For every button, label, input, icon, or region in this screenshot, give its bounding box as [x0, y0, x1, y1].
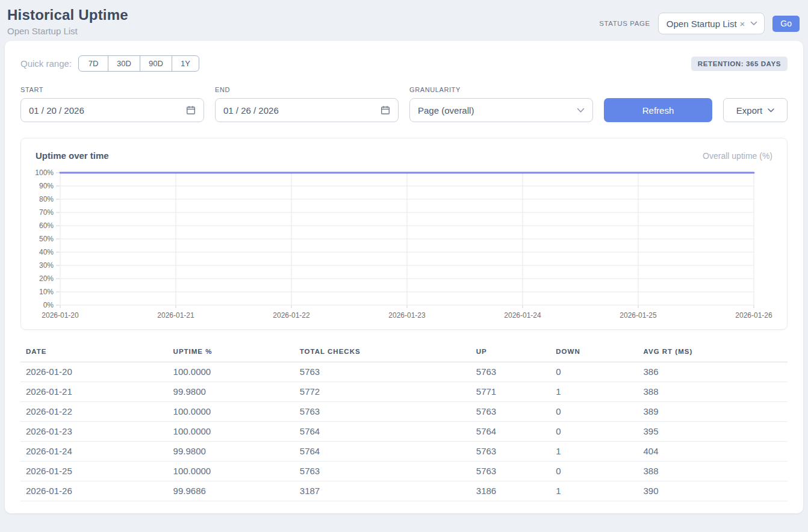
page-subtitle: Open Startup List: [7, 26, 128, 36]
table-cell: 5764: [471, 422, 550, 442]
svg-text:20%: 20%: [39, 274, 54, 283]
status-page-controls: STATUS PAGE Open Startup List × Go: [599, 7, 800, 34]
table-cell: 5763: [471, 362, 550, 382]
table-row: 2026-01-2699.9686318731861390: [20, 481, 788, 501]
export-button[interactable]: Export: [723, 98, 788, 122]
table-cell: 5763: [471, 442, 550, 462]
page-header: Historical Uptime Open Startup List STAT…: [0, 0, 808, 41]
table-cell: 5763: [471, 462, 550, 481]
svg-text:70%: 70%: [39, 208, 54, 217]
table-cell: 389: [638, 402, 788, 422]
svg-text:90%: 90%: [39, 182, 54, 190]
status-page-select[interactable]: Open Startup List ×: [658, 13, 765, 34]
table-cell: 5763: [294, 362, 471, 382]
quick-range-label: Quick range:: [20, 58, 72, 69]
table-cell: 395: [638, 422, 788, 442]
table-row: 2026-01-2199.9800577257711388: [20, 382, 788, 402]
end-date-label: END: [215, 86, 399, 93]
end-date-group: END 01 / 26 / 2026: [215, 86, 399, 122]
table-body: 2026-01-20100.00005763576303862026-01-21…: [20, 362, 788, 501]
table-row: 2026-01-23100.0000576457640395: [20, 422, 788, 442]
quick-range-row: Quick range: 7D30D90D1Y RETENTION: 365 D…: [20, 55, 788, 72]
table-cell: 0: [550, 362, 638, 382]
table-cell: 5764: [294, 442, 471, 462]
table-row: 2026-01-25100.0000576357630388: [20, 462, 788, 481]
table-cell: 3186: [471, 481, 550, 501]
quick-range-90d-button[interactable]: 90D: [140, 55, 172, 72]
table-cell: 5771: [471, 382, 550, 402]
table-cell: 5764: [294, 422, 471, 442]
svg-text:100%: 100%: [35, 169, 54, 177]
svg-text:0%: 0%: [43, 301, 54, 309]
column-header: DOWN: [550, 343, 638, 362]
retention-badge: RETENTION: 365 DAYS: [691, 57, 788, 71]
column-header: UP: [471, 343, 550, 362]
table-cell: 390: [638, 481, 788, 501]
refresh-button[interactable]: Refresh: [604, 98, 712, 122]
table-cell: 1: [550, 442, 638, 462]
end-date-input[interactable]: 01 / 26 / 2026: [215, 98, 399, 122]
svg-text:2026-01-22: 2026-01-22: [273, 311, 310, 320]
table-cell: 0: [550, 402, 638, 422]
table-cell: 388: [638, 462, 788, 481]
table-cell: 2026-01-25: [20, 462, 168, 481]
start-date-input[interactable]: 01 / 20 / 2026: [20, 98, 204, 122]
svg-text:2026-01-24: 2026-01-24: [504, 311, 541, 320]
go-button[interactable]: Go: [772, 16, 800, 32]
main-panel: Quick range: 7D30D90D1Y RETENTION: 365 D…: [5, 41, 803, 513]
export-button-label: Export: [736, 105, 762, 116]
table-header-row: DATEUPTIME %TOTAL CHECKSUPDOWNAVG RT (MS…: [20, 343, 788, 362]
quick-range-1y-button[interactable]: 1Y: [172, 55, 199, 72]
svg-text:2026-01-21: 2026-01-21: [157, 311, 194, 320]
start-date-label: START: [20, 86, 204, 93]
filters-row: START 01 / 20 / 2026 END 01 / 26 / 2026: [20, 86, 788, 122]
clear-selection-icon[interactable]: ×: [740, 19, 745, 28]
status-page-label: STATUS PAGE: [599, 20, 650, 27]
column-header: DATE: [20, 343, 168, 362]
column-header: TOTAL CHECKS: [294, 343, 471, 362]
calendar-icon[interactable]: [186, 105, 196, 115]
chart-header: Uptime over time Overall uptime (%): [36, 150, 772, 161]
table-cell: 5772: [294, 382, 471, 402]
granularity-label: GRANULARITY: [409, 86, 593, 93]
table-cell: 0: [550, 422, 638, 442]
svg-text:30%: 30%: [39, 261, 54, 270]
quick-range-7d-button[interactable]: 7D: [78, 55, 108, 72]
table-cell: 99.9800: [168, 382, 294, 402]
svg-text:80%: 80%: [39, 195, 54, 203]
table-cell: 100.0000: [168, 362, 294, 382]
table-row: 2026-01-20100.0000576357630386: [20, 362, 788, 382]
quick-range-group: 7D30D90D1Y: [78, 55, 199, 72]
svg-text:10%: 10%: [39, 288, 54, 296]
table-cell: 0: [550, 462, 638, 481]
uptime-table: DATEUPTIME %TOTAL CHECKSUPDOWNAVG RT (MS…: [20, 343, 788, 501]
page-title: Historical Uptime: [7, 7, 128, 23]
page-heading: Historical Uptime Open Startup List: [7, 7, 128, 36]
column-header: UPTIME %: [168, 343, 294, 362]
column-header: AVG RT (MS): [638, 343, 788, 362]
chart-title: Uptime over time: [36, 150, 109, 161]
uptime-chart-card: Uptime over time Overall uptime (%) 0%10…: [20, 138, 788, 330]
granularity-select[interactable]: Page (overall): [409, 98, 593, 122]
svg-text:40%: 40%: [39, 248, 54, 256]
table-row: 2026-01-22100.0000576357630389: [20, 402, 788, 422]
table-cell: 3187: [294, 481, 471, 501]
table-cell: 2026-01-20: [20, 362, 168, 382]
end-date-value: 01 / 26 / 2026: [223, 105, 279, 116]
quick-range-30d-button[interactable]: 30D: [108, 55, 140, 72]
table-cell: 2026-01-26: [20, 481, 168, 501]
table-cell: 100.0000: [168, 402, 294, 422]
table-cell: 1: [550, 481, 638, 501]
svg-text:2026-01-23: 2026-01-23: [388, 311, 426, 320]
uptime-table-wrap: DATEUPTIME %TOTAL CHECKSUPDOWNAVG RT (MS…: [20, 343, 788, 501]
svg-text:2026-01-25: 2026-01-25: [620, 311, 657, 320]
table-cell: 99.9800: [168, 442, 294, 462]
calendar-icon[interactable]: [381, 105, 390, 115]
table-cell: 5763: [294, 462, 471, 481]
start-date-group: START 01 / 20 / 2026: [20, 86, 204, 122]
table-cell: 5763: [294, 402, 471, 422]
table-cell: 99.9686: [168, 481, 294, 501]
table-cell: 386: [638, 362, 788, 382]
table-cell: 100.0000: [168, 422, 294, 442]
table-cell: 404: [638, 442, 788, 462]
